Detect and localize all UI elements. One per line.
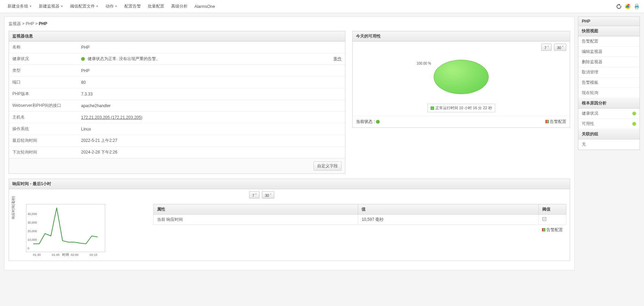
label-lastpoll: 最后轮询时间 <box>9 135 78 147</box>
nav-new-monitor[interactable]: 新建监视器▼ <box>35 2 67 11</box>
availability-dot-icon <box>632 122 636 126</box>
sidebar-link-poll-now[interactable]: 现在轮询 <box>578 88 640 98</box>
root-health-row[interactable]: 健康状况 <box>578 109 640 119</box>
chevron-down-icon: ▼ <box>29 5 32 8</box>
custom-fields-button[interactable]: 自定义字段 <box>313 161 342 171</box>
health-status-dot <box>81 57 85 61</box>
pie-percent-label: 100.00 % <box>417 61 431 65</box>
current-status-dot <box>376 120 380 124</box>
value-os: Linux <box>78 123 345 135</box>
value-port: 80 <box>78 77 345 88</box>
breadcrumb-php-group[interactable]: PHP <box>26 21 34 26</box>
nav-config-alarm[interactable]: 配置告警 <box>121 2 144 11</box>
nav-batch[interactable]: 批量配置 <box>144 2 168 11</box>
related-none: 无 <box>578 139 640 150</box>
breadcrumb-current: PHP <box>39 21 47 26</box>
nav-new-group[interactable]: 新建业务组▼ <box>4 2 35 11</box>
chart-ylabel: 响应时间(毫秒) <box>11 196 16 219</box>
chevron-down-icon: ▼ <box>115 5 118 8</box>
value-iface: apache2handler <box>78 100 345 112</box>
nav-action[interactable]: 动作▼ <box>102 2 121 11</box>
label-iface: Webserver和PHP间的接口 <box>9 100 78 112</box>
monitor-info-title: 监视器信息 <box>9 31 345 42</box>
alarm-config-link[interactable]: 告警配置 <box>545 119 566 125</box>
sidebar-link-delete-monitor[interactable]: 删除监视器 <box>578 57 640 67</box>
nav-alarmsone[interactable]: AlarmsOne <box>191 3 219 10</box>
root-cause-header: 根本原因分析 <box>578 98 640 109</box>
print-icon[interactable] <box>634 3 640 10</box>
svg-rect-5 <box>543 217 546 221</box>
refresh-icon[interactable] <box>616 3 622 10</box>
breadcrumb: 监视器 > PHP > PHP <box>9 21 570 27</box>
range-7-button[interactable]: 7 › <box>541 44 552 51</box>
response-time-title: 响应时间 - 最后1小时 <box>9 179 570 189</box>
svg-rect-4 <box>636 7 638 9</box>
value-nextpoll: 2024-2-28 下午2:26 <box>78 147 345 158</box>
label-type: 类型 <box>9 65 78 77</box>
label-phpver: PHP版本 <box>9 88 78 100</box>
label-host: 主机名 <box>9 112 78 123</box>
rt-range-30-button[interactable]: 30 › <box>262 191 274 199</box>
label-port: 端口 <box>9 77 78 88</box>
rt-attr: 当前 响应时间 <box>154 214 358 225</box>
value-phpver: 7.3.33 <box>78 88 345 100</box>
host-link[interactable]: 172.21.203.205 (172.21.203.205) <box>81 115 142 120</box>
availability-title: 今天的可用性 <box>353 31 570 42</box>
value-health: 健康状态为正常. 没有出现严重的告警。 事件 <box>78 53 345 65</box>
nav-threshold[interactable]: 阈值配置文件▼ <box>67 2 102 11</box>
sidebar-link-unmanage[interactable]: 取消管理 <box>578 67 640 78</box>
monitor-info-panel: 监视器信息 名称PHP 健康状况 健康状态为正常. 没有出现严重的告警。 事件 … <box>9 31 345 174</box>
range-30-button[interactable]: 30 › <box>554 44 566 51</box>
col-threshold: 阈值 <box>539 204 566 214</box>
response-time-table: 属性 值 阈值 当前 响应时间 10,597 毫秒 <box>153 204 566 225</box>
sidebar-title: PHP <box>578 17 640 26</box>
events-link[interactable]: 事件 <box>333 56 342 62</box>
col-value: 值 <box>358 204 539 214</box>
sidebar-link-alarm-template[interactable]: 告警模板 <box>578 78 640 88</box>
label-name: 名称 <box>9 42 78 53</box>
top-nav: 新建业务组▼ 新建监视器▼ 阈值配置文件▼ 动作▼ 配置告警 批量配置 高级分析… <box>0 0 644 13</box>
label-os: 操作系统 <box>9 123 78 135</box>
breadcrumb-monitors[interactable]: 监视器 <box>9 21 21 26</box>
related-groups-header: 关联的组 <box>578 129 640 139</box>
sidebar-link-edit-monitor[interactable]: 编辑监视器 <box>578 47 640 57</box>
response-time-line-chart: 0 10,000 20,000 30,000 40,000 01:30 01:4… <box>26 204 105 252</box>
svg-rect-3 <box>636 4 638 6</box>
rt-range-7-button[interactable]: 7 › <box>249 191 259 199</box>
availability-panel: 今天的可用性 7 › 30 › 100.00 % 正常运行时间 10 小时 16… <box>352 31 570 128</box>
current-status-label: 当前状态 : <box>356 119 382 125</box>
pie-legend: 正常运行时间 10 小时 16 分 22 秒 <box>428 104 495 112</box>
label-nextpoll: 下次轮询时间 <box>9 147 78 158</box>
rt-value: 10,597 毫秒 <box>358 214 539 225</box>
value-type: PHP <box>78 65 345 77</box>
nav-advanced[interactable]: 高级分析 <box>168 2 191 11</box>
right-sidebar: PHP 快照视图 告警配置 编辑监视器 删除监视器 取消管理 告警模板 现在轮询… <box>578 16 640 270</box>
response-time-panel: 响应时间 - 最后1小时 7 › 30 › 0 10,000 20,000 30… <box>9 179 570 261</box>
rt-alarm-config-link[interactable]: 告警配置 <box>542 227 563 232</box>
health-dot-icon <box>632 112 636 115</box>
value-name: PHP <box>78 42 345 53</box>
label-health: 健康状况 <box>9 53 78 65</box>
chevron-down-icon: ▼ <box>96 5 99 8</box>
chrome-icon[interactable] <box>625 3 631 10</box>
root-availability-row[interactable]: 可用性 <box>578 119 640 129</box>
snapshot-view-header: 快照视图 <box>578 26 640 36</box>
availability-pie-chart: 100.00 % 正常运行时间 10 小时 16 分 22 秒 <box>353 53 570 116</box>
col-attribute: 属性 <box>154 204 358 214</box>
value-lastpoll: 2022-5-21 上午2:27 <box>78 135 345 147</box>
rt-threshold-edit[interactable] <box>539 214 566 225</box>
chevron-down-icon: ▼ <box>60 5 63 8</box>
sidebar-link-alarm-config[interactable]: 告警配置 <box>578 36 640 47</box>
